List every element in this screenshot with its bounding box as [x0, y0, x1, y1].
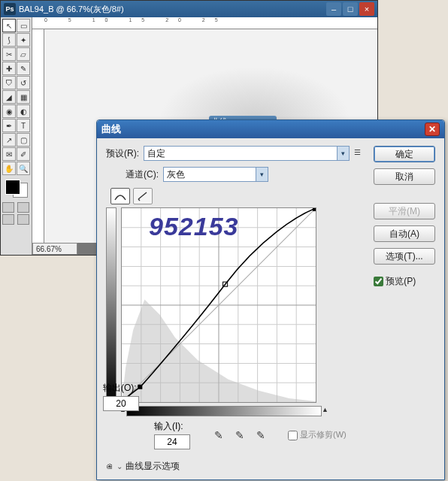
screenmode-icon[interactable] — [17, 202, 29, 213]
channel-combo[interactable]: 灰色 ▾ — [163, 167, 268, 182]
pen-tool-icon[interactable]: ✒ — [2, 119, 16, 132]
foreground-color-icon[interactable] — [5, 180, 20, 195]
slice-tool-icon[interactable]: ▱ — [17, 47, 30, 61]
crop-tool-icon[interactable]: ✂ — [2, 47, 16, 61]
channel-value: 灰色 — [167, 168, 185, 181]
cancel-button[interactable]: 取消 — [374, 168, 435, 185]
color-swatch[interactable] — [5, 180, 28, 198]
wand-tool-icon[interactable]: ✦ — [17, 33, 30, 47]
eraser-tool-icon[interactable]: ◢ — [2, 90, 16, 104]
eyedropper-white-icon[interactable]: ✎ — [253, 428, 268, 442]
zoom-tool-icon[interactable]: 🔍 — [17, 162, 30, 175]
maximize-button[interactable]: □ — [343, 2, 358, 16]
options-button[interactable]: 选项(T)... — [374, 248, 435, 265]
history-tool-icon[interactable]: ↺ — [17, 76, 30, 89]
curve-pencil-mode-button[interactable] — [133, 188, 153, 204]
curve-draw-mode-button[interactable] — [110, 188, 130, 204]
ruler-vertical — [32, 29, 44, 255]
show-clipping-input[interactable] — [288, 431, 298, 440]
channel-label: 通道(C): — [126, 168, 159, 181]
input-label: 输入(I): — [154, 420, 190, 433]
show-clipping-label: 显示修剪(W) — [300, 430, 347, 439]
curve-icon — [114, 191, 127, 201]
ok-button[interactable]: 确定 — [374, 146, 435, 162]
photoshop-title: BAL94_B @ 66.7%(灰色/8#) — [19, 4, 124, 15]
input-field[interactable]: 24 — [154, 434, 190, 449]
photoshop-titlebar[interactable]: Ps BAL94_B @ 66.7%(灰色/8#) – □ × — [1, 1, 377, 17]
eyedropper-tool-icon[interactable]: ✐ — [17, 147, 30, 161]
blur-tool-icon[interactable]: ◉ — [2, 104, 16, 118]
preview-checkbox[interactable]: 预览(P) — [374, 275, 435, 288]
heal-tool-icon[interactable]: ✚ — [2, 62, 16, 75]
dodge-tool-icon[interactable]: ◐ — [17, 104, 30, 118]
smooth-button: 平滑(M) — [374, 203, 435, 219]
gradient-tool-icon[interactable]: ▦ — [17, 90, 30, 104]
shape-tool-icon[interactable]: ▢ — [17, 133, 30, 147]
display-options-disclosure[interactable]: ֍ ⌄ 曲线显示选项 — [106, 460, 365, 473]
screenmode2-icon[interactable] — [17, 214, 29, 225]
curves-dialog: 曲线 ✕ 预设(R): 自定 ▾ ☰ 通道(C): 灰色 ▾ — [96, 119, 445, 480]
preset-menu-icon[interactable]: ☰ — [354, 148, 365, 159]
lasso-tool-icon[interactable]: ⟆ — [2, 33, 16, 47]
move-tool-icon[interactable]: ↖ — [2, 19, 16, 32]
white-point-slider-icon[interactable]: ▲ — [322, 406, 328, 413]
quickmask-icon[interactable] — [2, 202, 14, 213]
chevron-right-icon: ֍ — [106, 462, 114, 470]
curves-close-button[interactable]: ✕ — [425, 123, 440, 136]
stamp-tool-icon[interactable]: ⛉ — [2, 76, 16, 89]
preview-input[interactable] — [374, 277, 383, 286]
curves-graph[interactable] — [121, 207, 316, 403]
auto-button[interactable]: 自动(A) — [374, 225, 435, 242]
curve-point[interactable] — [313, 208, 316, 211]
chevron-down-icon: ▾ — [256, 168, 268, 181]
output-gradient — [106, 207, 117, 403]
minimize-button[interactable]: – — [326, 2, 341, 16]
curves-titlebar[interactable]: 曲线 ✕ — [97, 120, 444, 138]
zoom-status[interactable]: 66.67% — [32, 243, 77, 255]
ruler-horizontal: 0 5 10 15 20 25 — [32, 17, 377, 29]
preview-label: 预览(P) — [386, 276, 416, 286]
eyedropper-gray-icon[interactable]: ✎ — [232, 428, 247, 442]
preset-combo[interactable]: 自定 ▾ — [144, 146, 350, 161]
quickmask2-icon[interactable] — [2, 214, 14, 225]
photoshop-icon: Ps — [4, 3, 16, 15]
output-label: 输出(O): — [103, 382, 137, 395]
eyedropper-black-icon[interactable]: ✎ — [211, 428, 226, 442]
chevron-icon: ⌄ — [117, 462, 123, 470]
show-clipping-checkbox[interactable]: 显示修剪(W) — [288, 429, 347, 440]
preset-label: 预设(R): — [106, 147, 139, 160]
notes-tool-icon[interactable]: ✉ — [2, 147, 16, 161]
marquee-tool-icon[interactable]: ▭ — [17, 19, 30, 32]
hand-tool-icon[interactable]: ✋ — [2, 162, 16, 175]
close-button[interactable]: × — [359, 2, 374, 16]
display-options-label: 曲线显示选项 — [126, 460, 180, 473]
brush-tool-icon[interactable]: ✎ — [17, 62, 30, 75]
output-field[interactable]: 20 — [103, 396, 139, 411]
pencil-icon — [136, 191, 150, 201]
curves-title: 曲线 — [101, 123, 121, 136]
toolbox: ↖ ▭ ⟆ ✦ ✂ ▱ ✚ ✎ ⛉ ↺ ◢ ▦ ◉ ◐ ✒ T ↗ ▢ ✉ ✐ — [1, 17, 32, 255]
chevron-down-icon: ▾ — [337, 147, 349, 160]
preset-value: 自定 — [147, 147, 165, 160]
type-tool-icon[interactable]: T — [17, 119, 30, 132]
path-tool-icon[interactable]: ↗ — [2, 133, 16, 147]
